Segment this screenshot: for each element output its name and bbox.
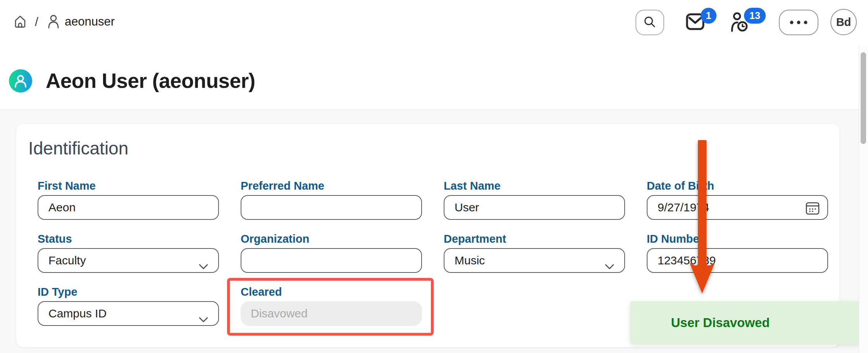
toast-message: User Disavowed — [671, 315, 770, 330]
field-text-input[interactable] — [251, 254, 411, 267]
cleared-field: Disavowed — [241, 301, 422, 326]
field-text-input[interactable] — [48, 201, 208, 214]
search-button[interactable] — [636, 10, 664, 35]
field-id-number: ID Number — [647, 233, 828, 273]
mail-button[interactable]: 1 — [686, 13, 704, 31]
avatar-initials: Bd — [836, 16, 851, 29]
field-text-input[interactable] — [251, 201, 411, 214]
organization-field[interactable] — [241, 248, 422, 273]
field-status: Status Faculty — [38, 233, 219, 273]
field-cleared: Cleared Disavowed — [241, 286, 422, 326]
field-value-text: Music — [455, 254, 614, 267]
search-icon — [644, 16, 656, 29]
field-label: ID Type — [38, 286, 219, 298]
id-number-field[interactable] — [647, 248, 828, 273]
user-avatar-button[interactable]: Bd — [830, 9, 857, 35]
field-label: Cleared — [241, 286, 422, 298]
card-title: Identification — [28, 138, 839, 159]
scrollbar-thumb[interactable] — [861, 52, 866, 144]
field-label: Status — [38, 233, 219, 245]
field-label: Date of Birth — [647, 180, 828, 192]
field-label: ID Number — [647, 233, 828, 245]
mail-icon — [686, 25, 704, 32]
toast-notification: User Disavowed — [630, 301, 861, 344]
top-actions: 1 13 Bd — [0, 0, 868, 46]
chevron-down-icon — [199, 259, 208, 272]
page: / aeonuser 1 — [0, 0, 868, 353]
field-label: First Name — [38, 180, 219, 192]
field-first-name: First Name — [38, 180, 219, 220]
ellipsis-icon — [790, 20, 808, 26]
scrollbar-track[interactable] — [859, 46, 868, 353]
page-title: Aeon User (aeonuser) — [46, 69, 255, 93]
field-organization: Organization — [241, 233, 422, 273]
chevron-down-icon — [605, 259, 614, 272]
id-type-select[interactable]: Campus ID — [38, 301, 219, 326]
field-label: Last Name — [444, 180, 625, 192]
field-label: Preferred Name — [241, 180, 422, 192]
profile-avatar-icon — [9, 69, 32, 93]
field-value-text: Campus ID — [48, 307, 208, 320]
mail-badge: 1 — [701, 8, 716, 24]
date-of-birth-field[interactable] — [647, 195, 828, 220]
field-value-text: Faculty — [48, 254, 208, 267]
title-row: Aeon User (aeonuser) — [9, 69, 255, 93]
field-text-input[interactable] — [658, 201, 817, 214]
field-value-text: Disavowed — [251, 307, 412, 320]
field-label: Department — [444, 233, 625, 245]
last-name-field[interactable] — [444, 195, 625, 220]
user-clock-badge: 13 — [744, 8, 766, 24]
more-button[interactable] — [779, 10, 818, 35]
preferred-name-field[interactable] — [241, 195, 422, 220]
field-text-input[interactable] — [455, 201, 614, 214]
field-date-of-birth: Date of Birth — [647, 180, 828, 220]
status-select[interactable]: Faculty — [38, 248, 219, 273]
user-clock-button[interactable]: 13 — [731, 12, 749, 33]
user-clock-icon — [731, 27, 749, 34]
calendar-icon[interactable] — [805, 200, 820, 219]
field-department: Department Music — [444, 233, 625, 273]
department-select[interactable]: Music — [444, 248, 625, 273]
field-text-input[interactable] — [658, 254, 817, 267]
field-last-name: Last Name — [444, 180, 625, 220]
first-name-field[interactable] — [38, 195, 219, 220]
chevron-down-icon — [199, 312, 208, 325]
field-preferred-name: Preferred Name — [241, 180, 422, 220]
field-label: Organization — [241, 233, 422, 245]
field-id-type: ID Type Campus ID — [38, 286, 219, 326]
